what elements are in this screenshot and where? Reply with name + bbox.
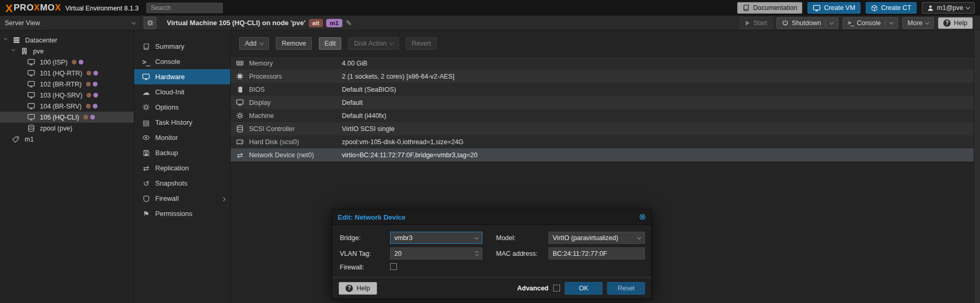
menu-item-monitor[interactable]: Monitor bbox=[134, 130, 230, 145]
table-row-hard-disk[interactable]: Hard Disk (scsi0)zpool:vm-105-disk-0,iot… bbox=[231, 135, 974, 148]
chevron-down-icon[interactable] bbox=[637, 235, 641, 239]
menu-item-cloud-init[interactable]: ☁ Cloud-Init bbox=[134, 84, 230, 100]
book-icon bbox=[141, 43, 151, 50]
search-input[interactable] bbox=[146, 3, 223, 13]
chevron-down-icon[interactable] bbox=[889, 20, 893, 24]
revert-button[interactable]: Revert bbox=[406, 37, 437, 50]
user-menu-button[interactable]: m1@pve bbox=[922, 2, 975, 14]
add-button[interactable]: Add bbox=[239, 37, 269, 50]
terminal-icon: >_ bbox=[848, 19, 854, 26]
table-row-display[interactable]: DisplayDefault bbox=[231, 96, 974, 109]
tag-dot bbox=[83, 115, 88, 120]
create-vm-button[interactable]: Create VM bbox=[807, 2, 860, 14]
chip-icon bbox=[235, 86, 245, 93]
menu-item-hardware[interactable]: Hardware bbox=[134, 69, 230, 84]
vertical-scrollbar[interactable] bbox=[974, 30, 980, 303]
tree-item-vm-104[interactable]: 104 (BR-SRV) bbox=[0, 101, 134, 112]
model-combobox[interactable]: VirtIO (paravirtualized) bbox=[548, 232, 645, 244]
chevron-down-icon bbox=[966, 5, 970, 9]
menu-item-task-history[interactable]: ▤ Task History bbox=[134, 115, 230, 130]
node-icon bbox=[20, 47, 29, 55]
firewall-checkbox[interactable] bbox=[390, 263, 397, 270]
database-icon bbox=[235, 125, 245, 133]
mac-address-field[interactable]: BC:24:11:72:77:0F bbox=[548, 247, 645, 259]
firewall-label: Firewall: bbox=[340, 264, 390, 271]
dialog-help-button[interactable]: ? Help bbox=[339, 282, 377, 295]
monitor-icon bbox=[813, 4, 821, 12]
vm-icon bbox=[27, 102, 36, 110]
menu-item-console[interactable]: >_ Console bbox=[134, 54, 230, 69]
tree-item-vm-102[interactable]: 102 (BR-RTR) bbox=[0, 79, 134, 90]
chevron-down-icon[interactable] bbox=[475, 235, 479, 239]
vlan-tag-spinner[interactable]: 20 bbox=[390, 247, 482, 259]
disk-action-button[interactable]: Disk Action bbox=[348, 37, 399, 50]
table-row-bios[interactable]: BIOSDefault (SeaBIOS) bbox=[231, 83, 974, 96]
dialog-header[interactable]: Edit: Network Device ⊗ bbox=[332, 210, 651, 225]
menu-item-firewall[interactable]: Firewall bbox=[134, 191, 230, 206]
menu-item-snapshots[interactable]: ↺ Snapshots bbox=[134, 176, 230, 191]
tree-item-vm-100[interactable]: 100 (ISP) bbox=[0, 57, 134, 68]
question-icon: ? bbox=[943, 19, 951, 27]
table-row-memory[interactable]: Memory4.00 GiB bbox=[231, 57, 974, 70]
start-button[interactable]: Start bbox=[740, 17, 772, 29]
book-icon bbox=[742, 4, 750, 12]
close-icon[interactable]: ⊗ bbox=[639, 213, 646, 221]
top-header-bar: X PROXMOX Virtual Environment 8.1.3 Docu… bbox=[0, 0, 980, 16]
menu-item-replication[interactable]: ⇄ Replication bbox=[134, 160, 230, 176]
gears-icon bbox=[235, 112, 245, 120]
datacenter-icon bbox=[13, 36, 21, 44]
edit-tags-pencil-icon[interactable]: ✎ bbox=[346, 19, 352, 27]
hardware-table: Memory4.00 GiB Processors2 (1 sockets, 2… bbox=[231, 57, 974, 161]
menu-item-permissions[interactable]: ⚑ Permissions bbox=[134, 206, 230, 221]
ok-button[interactable]: OK bbox=[565, 282, 602, 295]
tree-item-vm-101[interactable]: 101 (HQ-RTR) bbox=[0, 68, 134, 79]
gear-icon bbox=[141, 103, 151, 111]
console-button[interactable]: >_ Console bbox=[843, 17, 898, 29]
chevron-down-icon bbox=[925, 20, 929, 24]
table-row-processors[interactable]: Processors2 (1 sockets, 2 cores) [x86-64… bbox=[231, 70, 974, 83]
eye-icon bbox=[141, 134, 151, 142]
tree-item-datacenter[interactable]: Datacenter bbox=[0, 35, 134, 46]
chevron-down-icon[interactable] bbox=[829, 20, 833, 24]
edit-button[interactable]: Edit bbox=[319, 37, 342, 50]
advanced-checkbox[interactable] bbox=[553, 285, 560, 291]
floppy-icon bbox=[141, 149, 151, 157]
tree-item-zpool[interactable]: zpool (pve) bbox=[0, 123, 134, 134]
play-icon bbox=[745, 20, 750, 26]
table-row-machine[interactable]: MachineDefault (i440fx) bbox=[231, 109, 974, 122]
help-button[interactable]: ? Help bbox=[938, 17, 973, 29]
tree-settings-button[interactable] bbox=[144, 17, 156, 29]
resource-tree: Datacenter pve 100 (ISP) 101 (HQ-RTR) 10… bbox=[0, 30, 134, 303]
monitor-icon bbox=[235, 99, 245, 106]
power-icon bbox=[782, 19, 789, 26]
documentation-button[interactable]: Documentation bbox=[737, 2, 802, 14]
menu-item-options[interactable]: Options bbox=[134, 100, 230, 115]
tag-dot bbox=[86, 104, 91, 109]
chevron-down-icon bbox=[390, 40, 394, 45]
tree-item-pve[interactable]: pve bbox=[0, 46, 134, 57]
tree-item-vm-105[interactable]: 105 (HQ-CLI) bbox=[0, 112, 134, 123]
menu-item-summary[interactable]: Summary bbox=[134, 39, 230, 54]
table-row-network-device[interactable]: ⇄ Network Device (net0)virtio=BC:24:11:7… bbox=[231, 148, 974, 161]
remove-button[interactable]: Remove bbox=[276, 37, 312, 50]
model-label: Model: bbox=[496, 234, 548, 242]
tree-item-tag-m1[interactable]: m1 bbox=[0, 134, 134, 145]
cpu-icon bbox=[235, 72, 245, 80]
more-button[interactable]: More bbox=[902, 17, 934, 29]
vm-icon bbox=[27, 69, 36, 77]
bridge-combobox[interactable]: vmbr3 bbox=[390, 232, 482, 244]
shutdown-button[interactable]: Shutdown bbox=[777, 17, 838, 29]
reset-button[interactable]: Reset bbox=[607, 282, 645, 295]
menu-item-backup[interactable]: Backup bbox=[134, 145, 230, 160]
expander-icon[interactable] bbox=[4, 38, 9, 43]
vm-icon bbox=[27, 58, 36, 66]
create-ct-button[interactable]: Create CT bbox=[866, 2, 917, 14]
spinner-arrows[interactable] bbox=[476, 251, 478, 256]
vlan-tag-label: VLAN Tag: bbox=[340, 250, 390, 257]
gear-icon bbox=[146, 19, 154, 27]
expander-icon[interactable] bbox=[12, 49, 17, 54]
table-row-scsi-controller[interactable]: SCSI ControllerVirtIO SCSI single bbox=[231, 122, 974, 135]
tag-dot bbox=[93, 93, 98, 98]
view-selector-dropdown[interactable]: Server View bbox=[0, 16, 141, 30]
tree-item-vm-103[interactable]: 103 (HQ-SRV) bbox=[0, 90, 134, 101]
